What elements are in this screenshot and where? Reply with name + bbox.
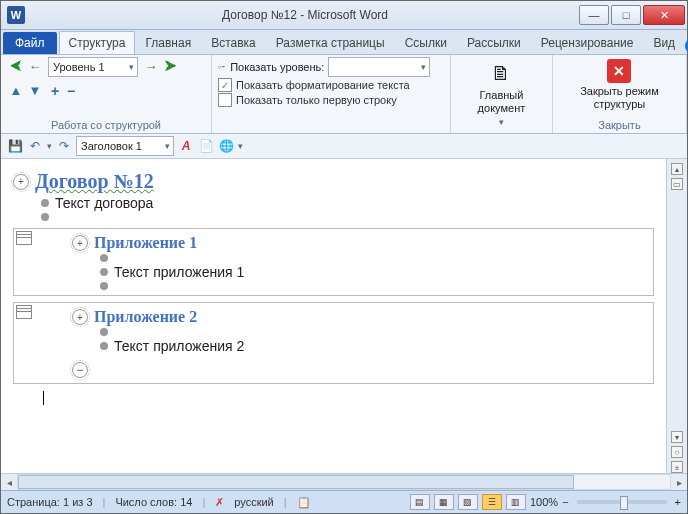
document-canvas[interactable]: + Договор №12 Текст договора + Приложени… <box>1 159 666 473</box>
promote-to-heading1-icon[interactable]: ⮜ <box>7 57 25 75</box>
bullet-icon <box>100 282 108 290</box>
prev-page-icon[interactable]: ± <box>671 461 683 473</box>
show-level-label: Показать уровень: <box>230 61 324 73</box>
show-formatting-label: Показать форматирование текста <box>236 79 410 91</box>
track-changes-icon[interactable]: 📋 <box>297 496 311 509</box>
tab-references[interactable]: Ссылки <box>395 31 457 54</box>
demote-to-body-icon[interactable]: ⮞ <box>161 57 179 75</box>
insert-page-icon[interactable]: 📄 <box>198 138 214 154</box>
close-window-button[interactable]: ✕ <box>643 5 685 25</box>
horizontal-scrollbar[interactable]: ◂ ▸ <box>1 473 687 490</box>
status-page[interactable]: Страница: 1 из 3 <box>7 496 93 508</box>
qat-customize-icon[interactable]: ▾ <box>238 141 243 151</box>
group-label-tools: Работа со структурой <box>7 117 205 133</box>
expand-node-icon[interactable]: + <box>13 174 29 190</box>
status-language[interactable]: русский <box>234 496 273 508</box>
bullet-icon <box>100 328 108 336</box>
text-cursor <box>43 391 44 405</box>
show-level-select[interactable] <box>328 57 430 77</box>
zoom-level[interactable]: 100% <box>530 496 558 508</box>
subdocument-1: + Приложение 1 Текст приложения 1 <box>13 228 654 296</box>
scroll-down-icon[interactable]: ▾ <box>671 431 683 443</box>
collapse-node-icon[interactable]: − <box>72 362 88 378</box>
tab-layout[interactable]: Разметка страницы <box>266 31 395 54</box>
quick-access-toolbar: 💾 ↶ ▾ ↷ Заголовок 1 A 📄 🌐 ▾ <box>1 134 687 159</box>
document-icon: 🗎 <box>487 59 515 87</box>
expand-node-icon[interactable]: + <box>72 309 88 325</box>
body-text[interactable]: Текст приложения 2 <box>114 338 244 354</box>
body-text[interactable]: Текст договора <box>55 195 153 211</box>
heading-2[interactable]: Приложение 1 <box>94 234 197 252</box>
ribbon: ⮜ ← Уровень 1 → ⮞ ▲ ▼ + <box>1 55 687 134</box>
style-select[interactable]: Заголовок 1 <box>76 136 174 156</box>
subdocument-2: + Приложение 2 Текст приложения 2 − <box>13 302 654 384</box>
subdoc-icon[interactable] <box>16 305 32 319</box>
scroll-left-icon[interactable]: ◂ <box>1 477 17 488</box>
browse-object-icon[interactable]: ○ <box>671 446 683 458</box>
view-reading-icon[interactable]: ▦ <box>434 494 454 510</box>
status-words[interactable]: Число слов: 14 <box>115 496 192 508</box>
word-app-icon: W <box>7 6 25 24</box>
bullet-icon <box>100 342 108 350</box>
view-draft-icon[interactable]: ▥ <box>506 494 526 510</box>
body-text[interactable]: Текст приложения 1 <box>114 264 244 280</box>
collapse-icon[interactable]: − <box>64 83 78 99</box>
tab-view[interactable]: Вид <box>643 31 685 54</box>
undo-dropdown-icon[interactable]: ▾ <box>47 141 52 151</box>
show-first-line-label: Показать только первую строку <box>236 94 397 106</box>
expand-node-icon[interactable]: + <box>72 235 88 251</box>
tab-review[interactable]: Рецензирование <box>531 31 644 54</box>
promote-icon[interactable]: ← <box>26 57 44 75</box>
insert-object-icon[interactable]: 🌐 <box>218 138 234 154</box>
heading-1[interactable]: Договор №12 <box>35 170 154 193</box>
view-web-icon[interactable]: ▧ <box>458 494 478 510</box>
outline-level-select[interactable]: Уровень 1 <box>48 57 138 77</box>
zoom-out-icon[interactable]: − <box>562 496 568 508</box>
scroll-up-icon[interactable]: ▴ <box>671 163 683 175</box>
proofing-icon[interactable]: ✗ <box>215 496 224 509</box>
move-up-icon[interactable]: ▲ <box>7 81 25 99</box>
status-bar: Страница: 1 из 3 | Число слов: 14 | ✗ ру… <box>1 490 687 513</box>
clear-format-icon[interactable]: A <box>178 138 194 154</box>
tab-home[interactable]: Главная <box>135 31 201 54</box>
bullet-icon <box>100 254 108 262</box>
show-formatting-checkbox[interactable]: ✓ <box>218 78 232 92</box>
group-label-close: Закрыть <box>559 117 680 133</box>
save-icon[interactable]: 💾 <box>7 138 23 154</box>
app-window: W Договор №12 - Microsoft Word — □ ✕ Фай… <box>0 0 688 514</box>
document-area: + Договор №12 Текст договора + Приложени… <box>1 159 687 473</box>
zoom-slider[interactable] <box>577 500 667 504</box>
undo-icon[interactable]: ↶ <box>27 138 43 154</box>
tab-structure[interactable]: Структура <box>59 31 136 54</box>
show-first-line-checkbox[interactable] <box>218 93 232 107</box>
view-print-layout-icon[interactable]: ▤ <box>410 494 430 510</box>
window-title: Договор №12 - Microsoft Word <box>31 8 579 22</box>
maximize-button[interactable]: □ <box>611 5 641 25</box>
vertical-scrollbar[interactable]: ▴ ▭ ▾ ○ ± <box>666 159 687 473</box>
move-down-icon[interactable]: ▼ <box>26 81 44 99</box>
minimize-button[interactable]: — <box>579 5 609 25</box>
expand-icon[interactable]: + <box>48 83 62 99</box>
scroll-right-icon[interactable]: ▸ <box>671 477 687 488</box>
titlebar: W Договор №12 - Microsoft Word — □ ✕ <box>1 1 687 30</box>
demote-icon[interactable]: → <box>142 57 160 75</box>
bullet-icon <box>100 268 108 276</box>
split-icon[interactable]: ▭ <box>671 178 683 190</box>
tab-file[interactable]: Файл <box>3 32 57 54</box>
close-outline-button[interactable]: ✕ Закрыть режим структуры <box>559 57 680 113</box>
zoom-in-icon[interactable]: + <box>675 496 681 508</box>
redo-icon[interactable]: ↷ <box>56 138 72 154</box>
close-x-icon: ✕ <box>607 59 631 83</box>
tab-mailings[interactable]: Рассылки <box>457 31 531 54</box>
heading-2[interactable]: Приложение 2 <box>94 308 197 326</box>
view-outline-icon[interactable]: ☰ <box>482 494 502 510</box>
bullet-icon <box>41 199 49 207</box>
bullet-icon <box>41 213 49 221</box>
master-document-button[interactable]: 🗎 Главный документ ▾ <box>457 57 546 130</box>
show-level-icon: ◦⁃ <box>218 62 226 72</box>
scroll-thumb[interactable] <box>18 475 574 489</box>
subdoc-icon[interactable] <box>16 231 32 245</box>
tab-insert[interactable]: Вставка <box>201 31 266 54</box>
ribbon-tab-strip: Файл Структура Главная Вставка Разметка … <box>1 30 687 55</box>
